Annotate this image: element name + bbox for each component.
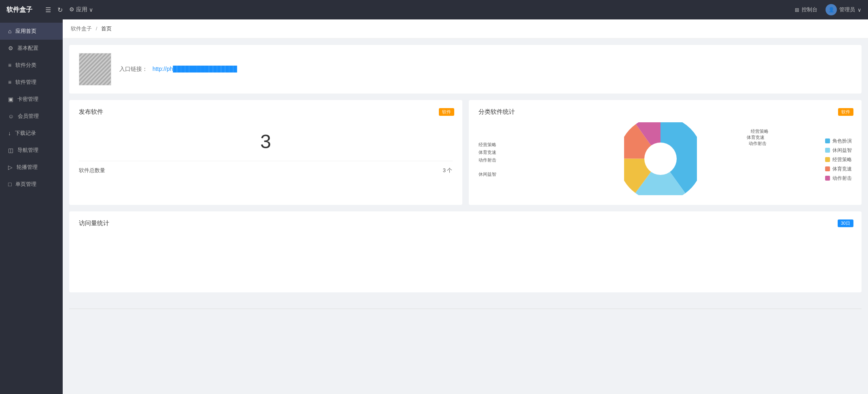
sidebar-item-download-records[interactable]: ↓ 下载记录 — [0, 125, 63, 142]
footer-divider — [69, 309, 862, 309]
page-icon: □ — [8, 181, 11, 187]
carousel-icon: ▷ — [8, 164, 13, 170]
legend-item-strategy: 经营策略 — [825, 156, 852, 163]
legend-dot-sports — [825, 166, 830, 171]
sidebar-item-member-management[interactable]: ☺ 会员管理 — [0, 108, 63, 125]
breadcrumb-current: 首页 — [101, 26, 112, 32]
top-navigation: 软件盒子 ☰ ↻ ⚙ 应用 ∨ ⊞ 控制台 👤 管理员 ∨ — [0, 0, 868, 19]
entrance-url-value: http://ph████████████████ — [152, 66, 237, 72]
pie-outer-label-jingying: 经营策略 — [751, 128, 768, 134]
page-content: 入口链接： http://ph████████████████ 发布软件 软件 … — [63, 38, 868, 299]
publish-software-badge: 软件 — [439, 108, 454, 116]
breadcrumb: 软件盒子 / 首页 — [63, 19, 868, 38]
publish-software-title: 发布软件 — [79, 108, 453, 116]
grid-icon: ≡ — [8, 79, 11, 85]
sidebar-item-software-category[interactable]: ≡ 软件分类 — [0, 57, 63, 74]
sidebar-item-label: 导航管理 — [17, 147, 38, 154]
publish-software-count: 3 — [79, 122, 453, 161]
pie-outer-label-dongzuo: 动作射击 — [749, 141, 766, 147]
list-icon: ≡ — [8, 62, 11, 68]
entrance-url-label: 入口链接： — [119, 66, 148, 72]
sidebar-item-label: 软件管理 — [15, 79, 36, 86]
sidebar-item-label: 下载记录 — [15, 130, 36, 137]
qr-code-image — [79, 53, 111, 85]
card-icon: ▣ — [8, 96, 13, 102]
pie-label-xiuxian: 休闲益智 — [478, 171, 496, 177]
menu-toggle-icon[interactable]: ☰ — [45, 6, 51, 14]
visit-stats-card: 访问量统计 30日 — [69, 211, 862, 292]
legend-label-casual: 休闲益智 — [832, 147, 852, 154]
sidebar-item-nav-management[interactable]: ◫ 导航管理 — [0, 142, 63, 159]
legend-item-casual: 休闲益智 — [825, 147, 852, 154]
entrance-card: 入口链接： http://ph████████████████ — [69, 45, 862, 94]
sidebar-item-carousel-management[interactable]: ▷ 轮播管理 — [0, 159, 63, 176]
legend-dot-action — [825, 176, 830, 181]
sidebar-item-label: 会员管理 — [18, 113, 39, 120]
sidebar-item-label: 单页管理 — [15, 181, 36, 188]
sidebar-item-label: 轮播管理 — [17, 164, 38, 171]
pie-legend: 角色扮演 休闲益智 经营策略 — [825, 138, 852, 182]
pie-card-inner: 经营策略 体育竞速 动作射击 休闲益智 — [478, 122, 852, 197]
category-stats-card: 分类软件统计 软件 经营策略 体育竞速 动作射击 休闲益智 — [469, 100, 862, 205]
legend-item-action: 动作射击 — [825, 175, 852, 182]
software-total-label: 软件总数量 — [79, 167, 105, 174]
control-icon: ⊞ — [795, 7, 799, 13]
pie-chart — [624, 122, 697, 197]
category-stats-badge: 软件 — [838, 108, 853, 116]
sidebar-item-software-management[interactable]: ≡ 软件管理 — [0, 74, 63, 91]
app-menu-button[interactable]: ⚙ 应用 ∨ — [69, 6, 93, 13]
pie-outer-label-tiyu: 体育竞速 — [747, 134, 764, 141]
svg-point-5 — [644, 143, 677, 175]
gear-icon: ⚙ — [8, 45, 13, 51]
avatar: 👤 — [826, 4, 837, 15]
layout: ⌂ 应用首页 ⚙ 基本配置 ≡ 软件分类 ≡ 软件管理 ▣ 卡密管理 ☺ 会员管… — [0, 19, 868, 394]
legend-label-sports: 体育竞速 — [832, 166, 852, 173]
download-icon: ↓ — [8, 130, 11, 136]
topnav-right: ⊞ 控制台 👤 管理员 ∨ — [795, 4, 862, 15]
nav-icon: ◫ — [8, 147, 13, 153]
legend-label-role: 角色扮演 — [832, 138, 852, 145]
legend-dot-role — [825, 138, 830, 143]
sidebar-item-single-page[interactable]: □ 单页管理 — [0, 176, 63, 193]
sidebar-item-label: 应用首页 — [15, 28, 36, 35]
sidebar-item-card-management[interactable]: ▣ 卡密管理 — [0, 91, 63, 108]
refresh-icon[interactable]: ↻ — [57, 6, 63, 14]
control-panel-button[interactable]: ⊞ 控制台 — [795, 6, 817, 13]
legend-item-role: 角色扮演 — [825, 138, 852, 145]
visit-stats-badge: 30日 — [838, 219, 853, 227]
stats-row: 发布软件 软件 3 软件总数量 3 个 分类软件统计 软件 经营策略 — [69, 100, 862, 205]
software-total-row: 软件总数量 3 个 — [79, 161, 453, 174]
pie-label-jingying: 经营策略 — [478, 142, 496, 148]
breadcrumb-separator: / — [96, 26, 97, 32]
breadcrumb-root[interactable]: 软件盒子 — [71, 26, 92, 32]
sidebar-item-label: 基本配置 — [17, 45, 38, 52]
sidebar-item-label: 卡密管理 — [17, 96, 38, 103]
legend-dot-strategy — [825, 157, 830, 162]
visit-stats-title: 访问量统计 — [79, 219, 852, 227]
legend-label-strategy: 经营策略 — [832, 156, 852, 163]
brand-logo: 软件盒子 — [6, 6, 32, 14]
sidebar: ⌂ 应用首页 ⚙ 基本配置 ≡ 软件分类 ≡ 软件管理 ▣ 卡密管理 ☺ 会员管… — [0, 19, 63, 394]
publish-software-card: 发布软件 软件 3 软件总数量 3 个 — [69, 100, 462, 205]
entrance-url-display: 入口链接： http://ph████████████████ — [119, 66, 240, 73]
main-content: 软件盒子 / 首页 入口链接： http://ph███████████████… — [63, 19, 868, 394]
home-icon: ⌂ — [8, 28, 11, 34]
legend-item-sports: 体育竞速 — [825, 166, 852, 173]
category-stats-title: 分类软件统计 — [478, 108, 852, 116]
pie-label-tiyu: 体育竞速 — [478, 149, 496, 155]
user-icon: ☺ — [8, 113, 14, 119]
sidebar-item-basic-config[interactable]: ⚙ 基本配置 — [0, 40, 63, 57]
user-menu-button[interactable]: 👤 管理员 ∨ — [826, 4, 862, 15]
sidebar-item-home[interactable]: ⌂ 应用首页 — [0, 23, 63, 40]
software-total-value: 3 个 — [443, 167, 453, 174]
sidebar-item-label: 软件分类 — [15, 62, 36, 69]
pie-label-dongzuo: 动作射击 — [478, 157, 496, 163]
legend-label-action: 动作射击 — [832, 175, 852, 182]
legend-dot-casual — [825, 148, 830, 153]
pie-left-labels: 经营策略 体育竞速 动作射击 休闲益智 — [478, 142, 496, 177]
